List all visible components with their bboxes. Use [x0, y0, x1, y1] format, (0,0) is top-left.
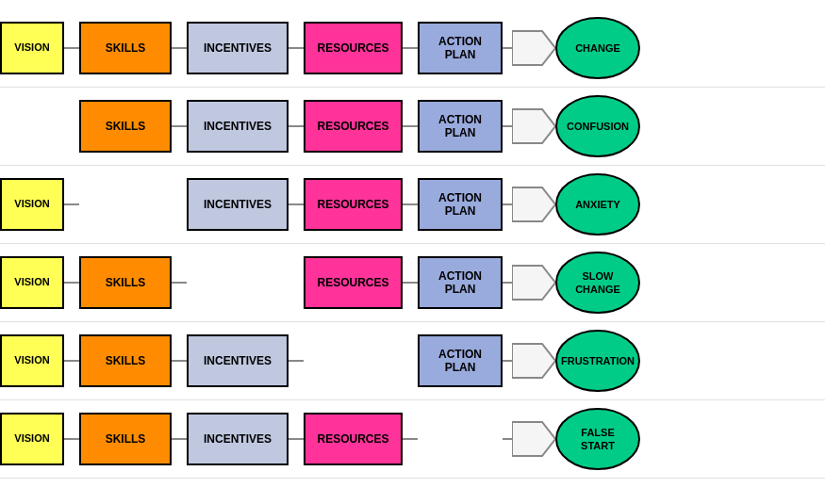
svg-text:ANXIETY: ANXIETY [575, 199, 620, 210]
row-row2: SKILLSINCENTIVESRESOURCESACTION PLANCONF… [0, 88, 825, 166]
result-ellipse: CHANGE [555, 16, 640, 80]
svg-point-10 [556, 252, 639, 313]
vision-box: VISION [0, 413, 64, 465]
change-model-diagram: VISIONSKILLSINCENTIVESRESOURCESACTION PL… [0, 0, 825, 504]
arrow-icon [512, 343, 555, 379]
svg-text:CONFUSION: CONFUSION [567, 121, 629, 132]
skills-box: SKILLS [79, 256, 172, 309]
action-box: ACTION PLAN [418, 334, 503, 387]
skills-box: SKILLS [79, 334, 172, 387]
row-row4: VISIONSKILLSRESOURCESACTION PLANSLOWCHAN… [0, 244, 825, 322]
arrow-icon [512, 30, 555, 66]
skills-box: SKILLS [79, 413, 172, 465]
vision-box: VISION [0, 178, 64, 231]
vision-box: VISION [0, 22, 64, 74]
action-box: ACTION PLAN [418, 256, 503, 309]
svg-marker-16 [512, 422, 555, 456]
arrow-icon [512, 421, 555, 457]
resources-box: RESOURCES [304, 22, 403, 74]
resources-box: RESOURCES [304, 178, 403, 231]
svg-text:CHANGE: CHANGE [575, 42, 620, 54]
skills-box: SKILLS [79, 22, 172, 74]
incentives-box: INCENTIVES [187, 178, 289, 231]
action-box: ACTION PLAN [418, 178, 503, 231]
svg-text:START: START [581, 440, 615, 451]
vision-box: VISION [0, 256, 64, 309]
svg-marker-13 [512, 344, 555, 378]
result-ellipse: SLOWCHANGE [555, 251, 640, 315]
result-ellipse: CONFUSION [555, 94, 640, 158]
incentives-box: INCENTIVES [187, 334, 289, 387]
resources-box: RESOURCES [304, 100, 403, 153]
svg-text:FRUSTRATION: FRUSTRATION [561, 355, 635, 366]
incentives-box: INCENTIVES [187, 100, 289, 153]
incentives-box: INCENTIVES [187, 413, 289, 465]
result-ellipse: FRUSTRATION [555, 329, 640, 393]
incentives-box: INCENTIVES [187, 22, 289, 74]
row-row1: VISIONSKILLSINCENTIVESRESOURCESACTION PL… [0, 9, 825, 88]
arrow-icon [512, 187, 555, 222]
action-box: ACTION PLAN [418, 22, 503, 74]
svg-text:SLOW: SLOW [583, 270, 615, 282]
arrow-icon [512, 265, 555, 301]
vision-box: VISION [0, 334, 64, 387]
svg-marker-9 [512, 266, 555, 300]
svg-text:CHANGE: CHANGE [575, 284, 620, 295]
result-ellipse: FALSESTART [555, 407, 640, 471]
skills-box: SKILLS [79, 100, 172, 153]
action-box: ACTION PLAN [418, 100, 503, 153]
arrow-icon [512, 108, 555, 144]
row-row6: VISIONSKILLSINCENTIVESRESOURCESFALSESTAR… [0, 400, 825, 479]
row-row5: VISIONSKILLSINCENTIVESACTION PLANFRUSTRA… [0, 322, 825, 400]
svg-marker-6 [512, 187, 555, 221]
svg-marker-3 [512, 109, 555, 143]
resources-box: RESOURCES [304, 256, 403, 309]
result-ellipse: ANXIETY [555, 172, 640, 236]
svg-text:FALSE: FALSE [581, 427, 614, 438]
resources-box: RESOURCES [304, 413, 403, 465]
row-row3: VISIONINCENTIVESRESOURCESACTION PLANANXI… [0, 166, 825, 244]
svg-point-17 [556, 409, 639, 469]
svg-marker-0 [512, 31, 555, 65]
